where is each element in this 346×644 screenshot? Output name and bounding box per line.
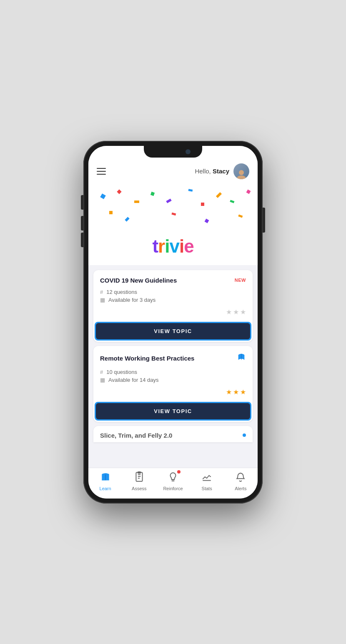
svg-rect-13 (205, 218, 209, 223)
star-filled-3: ★ (240, 388, 246, 396)
card-covid-meta: # 12 questions ▦ Available for 3 days (93, 287, 253, 308)
svg-rect-11 (125, 217, 129, 221)
svg-rect-7 (216, 192, 222, 198)
assess-icon (134, 471, 145, 485)
book-icon (237, 353, 246, 364)
star-filled-1: ★ (226, 388, 232, 396)
hash-icon: # (100, 289, 103, 295)
greeting-text: Hello, Stacy (195, 168, 229, 175)
card-covid-availability-row: ▦ Available for 3 days (100, 297, 246, 303)
star-2: ★ (233, 308, 239, 316)
camera (186, 149, 191, 154)
star-1: ★ (226, 308, 232, 316)
logo-letter-r: r (158, 236, 165, 256)
hamburger-line-3 (97, 174, 106, 175)
bottom-nav: Learn Assess (88, 468, 258, 499)
header-right: Hello, Stacy (195, 163, 249, 179)
card-remote-availability-row: ▦ Available for 14 days (100, 377, 246, 383)
alerts-label: Alerts (235, 486, 246, 491)
menu-button[interactable] (97, 168, 106, 175)
partial-dot (243, 434, 246, 437)
content-area: COVID 19 New Guidelines NEW # 12 questio… (88, 265, 258, 468)
calendar-icon-2: ▦ (100, 377, 105, 383)
svg-rect-14 (238, 214, 243, 218)
svg-rect-12 (171, 212, 176, 215)
svg-rect-15 (136, 472, 142, 481)
card-remote-meta: # 10 questions ▦ Available for 14 days (93, 367, 253, 388)
phone-frame: Hello, Stacy (83, 141, 263, 504)
card-remote-footer: ★ ★ ★ (93, 388, 253, 402)
logo-letter-i2: i (179, 236, 184, 256)
nav-stats[interactable]: Stats (194, 471, 219, 491)
logo-area: trivie (88, 236, 258, 265)
hamburger-line-2 (97, 171, 106, 172)
card-covid-questions: 12 questions (106, 289, 137, 295)
card-covid-header: COVID 19 New Guidelines NEW (93, 270, 253, 287)
logo-letter-i: i (165, 236, 169, 256)
card-covid-availability: Available for 3 days (108, 297, 155, 303)
card-remote-btn-wrapper: VIEW TOPIC (95, 402, 251, 421)
svg-rect-8 (230, 200, 234, 203)
card-covid-btn-wrapper: VIEW TOPIC (95, 322, 251, 341)
card-covid-footer: ★ ★ ★ (93, 308, 253, 322)
card-remote-availability: Available for 14 days (108, 377, 158, 383)
logo-letter-v: v (169, 236, 179, 256)
assess-label: Assess (132, 486, 146, 491)
svg-rect-10 (109, 211, 113, 214)
card-covid-stars: ★ ★ ★ (226, 308, 246, 316)
hamburger-line-1 (97, 168, 106, 169)
svg-rect-4 (166, 198, 171, 203)
card-remote-header: Remote Working Best Practices (93, 346, 253, 367)
reinforce-label: Reinforce (163, 486, 183, 491)
card-covid-title: COVID 19 New Guidelines (100, 277, 177, 284)
nav-assess[interactable]: Assess (127, 471, 152, 491)
card-covid-badge: NEW (235, 278, 246, 283)
svg-rect-2 (134, 200, 139, 203)
reinforce-badge (177, 470, 181, 474)
card-remote-title: Remote Working Best Practices (100, 355, 194, 362)
avatar[interactable] (233, 163, 249, 179)
confetti-svg (88, 186, 258, 236)
app-logo: trivie (152, 236, 193, 257)
card-covid-questions-row: # 12 questions (100, 289, 246, 295)
card-remote-view-btn[interactable]: VIEW TOPIC (96, 403, 250, 419)
logo-letter-e: e (184, 236, 193, 256)
calendar-icon: ▦ (100, 297, 105, 303)
card-remote-stars: ★ ★ ★ (226, 388, 246, 396)
card-covid: COVID 19 New Guidelines NEW # 12 questio… (93, 270, 253, 342)
svg-rect-5 (188, 189, 193, 192)
confetti-area (88, 186, 258, 236)
learn-icon (100, 471, 111, 485)
logo-letter-t: t (152, 236, 158, 256)
notch (144, 146, 202, 158)
card-remote-questions: 10 questions (106, 369, 137, 375)
nav-alerts[interactable]: Alerts (228, 471, 253, 491)
stats-label: Stats (202, 486, 212, 491)
nav-learn[interactable]: Learn (93, 471, 118, 491)
svg-rect-9 (246, 189, 251, 194)
nav-reinforce[interactable]: Reinforce (160, 471, 186, 491)
card-covid-view-btn[interactable]: VIEW TOPIC (96, 323, 250, 339)
reinforce-icon (168, 471, 178, 485)
svg-rect-6 (201, 203, 204, 206)
card-partial-title: Slice, Trim, and Felly 2.0 (100, 432, 172, 439)
svg-rect-1 (117, 189, 121, 194)
stats-icon (201, 471, 212, 485)
alerts-icon (235, 471, 246, 485)
svg-rect-0 (100, 193, 106, 199)
star-3: ★ (240, 308, 246, 316)
svg-rect-3 (150, 191, 155, 195)
svg-rect-19 (138, 472, 141, 473)
card-remote: Remote Working Best Practices # 10 quest… (93, 346, 253, 422)
star-filled-2: ★ (233, 388, 239, 396)
card-remote-questions-row: # 10 questions (100, 369, 246, 375)
phone-screen: Hello, Stacy (88, 146, 258, 499)
card-partial: Slice, Trim, and Felly 2.0 (93, 426, 253, 442)
hash-icon-2: # (100, 369, 103, 375)
learn-label: Learn (100, 486, 111, 491)
